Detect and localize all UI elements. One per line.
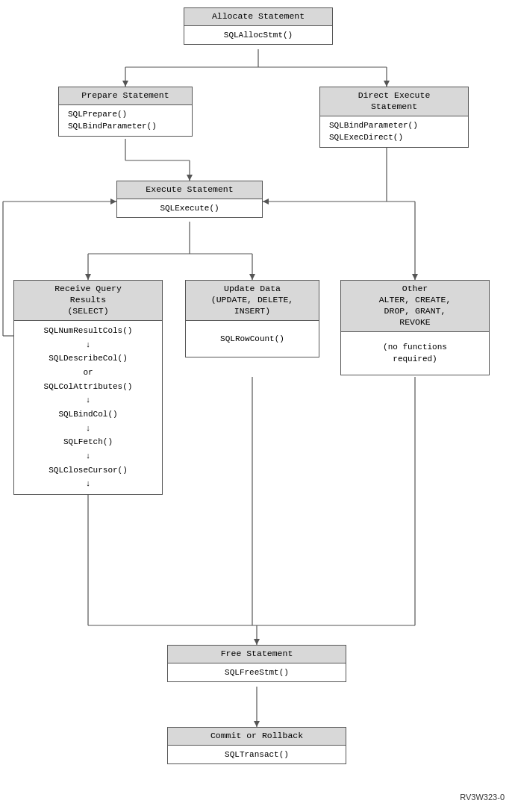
receive-query-title: Receive QueryResults(SELECT): [14, 281, 162, 321]
svg-marker-6: [384, 81, 390, 87]
allocate-statement-box: Allocate Statement SQLAllocStmt(): [184, 7, 333, 45]
svg-marker-36: [254, 721, 260, 727]
prepare-statement-box: Prepare Statement SQLPrepare()SQLBindPar…: [58, 87, 193, 137]
svg-marker-13: [263, 199, 269, 204]
update-data-title: Update Data(UPDATE, DELETE,INSERT): [186, 281, 319, 321]
svg-marker-10: [187, 175, 193, 181]
allocate-statement-body: SQLAllocStmt(): [184, 26, 332, 45]
svg-marker-23: [412, 274, 418, 280]
svg-marker-3: [122, 81, 128, 87]
svg-marker-34: [254, 639, 260, 645]
allocate-statement-title: Allocate Statement: [184, 8, 332, 26]
other-box: OtherALTER, CREATE,DROP, GRANT,REVOKE (n…: [340, 280, 490, 375]
watermark: RV3W323-0: [460, 793, 505, 802]
execute-statement-title: Execute Statement: [117, 181, 262, 199]
prepare-statement-title: Prepare Statement: [59, 87, 192, 105]
receive-query-body: SQLNumResultCols() ↓ SQLDescribeCol() or…: [14, 321, 162, 494]
svg-marker-27: [110, 199, 116, 204]
execute-statement-box: Execute Statement SQLExecute(): [116, 181, 263, 218]
direct-execute-body: SQLBindParameter()SQLExecDirect(): [320, 116, 468, 147]
execute-statement-body: SQLExecute(): [117, 199, 262, 218]
prepare-statement-body: SQLPrepare()SQLBindParameter(): [59, 105, 192, 136]
other-body: (no functionsrequired): [341, 332, 489, 375]
diagram-container: Allocate Statement SQLAllocStmt() Prepar…: [0, 0, 515, 812]
free-statement-body: SQLFreeStmt(): [168, 663, 346, 682]
receive-query-box: Receive QueryResults(SELECT) SQLNumResul…: [13, 280, 163, 495]
direct-execute-box: Direct ExecuteStatement SQLBindParameter…: [319, 87, 469, 148]
commit-rollback-body: SQLTransact(): [168, 746, 346, 764]
free-statement-title: Free Statement: [168, 646, 346, 663]
update-data-body: SQLRowCount(): [186, 321, 319, 357]
commit-rollback-title: Commit or Rollback: [168, 728, 346, 746]
other-title: OtherALTER, CREATE,DROP, GRANT,REVOKE: [341, 281, 489, 332]
update-data-box: Update Data(UPDATE, DELETE,INSERT) SQLRo…: [185, 280, 319, 357]
svg-marker-17: [85, 274, 91, 280]
svg-marker-20: [249, 274, 255, 280]
direct-execute-title: Direct ExecuteStatement: [320, 87, 468, 116]
commit-rollback-box: Commit or Rollback SQLTransact(): [167, 727, 346, 764]
free-statement-box: Free Statement SQLFreeStmt(): [167, 645, 346, 682]
